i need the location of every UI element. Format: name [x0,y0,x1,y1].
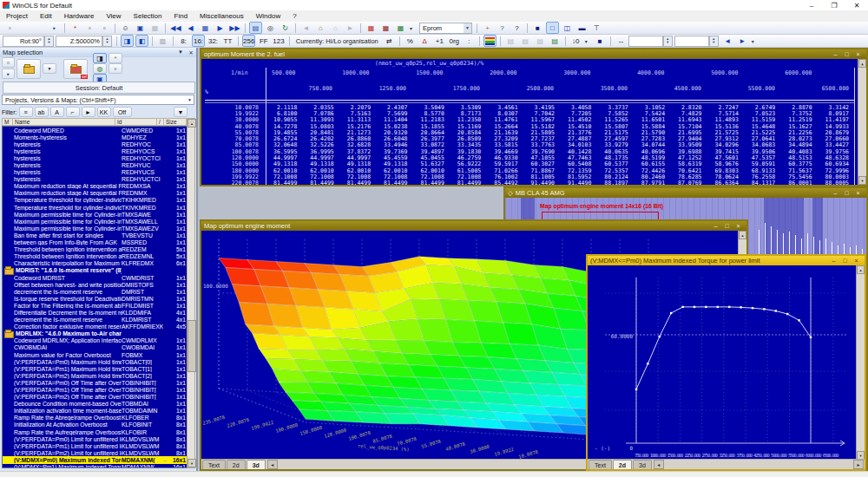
close-icon[interactable]: × [852,51,864,57]
map-list-row[interactable]: Initialization At Activation OverboostKL… [3,421,187,428]
map-list-row[interactable]: hysteresisREDHYOC1x1 [3,140,187,147]
map-list-row[interactable]: (V:PERFDATA=Pm0) Limit for unfiltered lo… [3,435,187,442]
menu-item-window[interactable]: Window [250,12,286,20]
rotation-spinner[interactable]: ▲▼ [44,36,54,47]
map-table-grid[interactable]: 10.00782.11182.03552.20792.43073.50493.5… [201,104,854,185]
filter-delta-button[interactable]: A [50,107,64,117]
rotation-field[interactable]: Rot:90° [3,36,44,47]
minimize-icon[interactable]: – [710,223,721,229]
map-green-button[interactable]: ▦ [394,22,407,34]
map-list-row[interactable]: Threshold between Ignition intervention … [3,253,187,260]
cell[interactable]: 81.4499 [376,180,412,185]
map-list-row[interactable]: (V:PERFDATA=Pm0) Maximum Hold time OveTO… [3,358,187,365]
map-list-row[interactable]: Maximum permissible time for Cylinder-in… [3,225,187,232]
curve-titlebar[interactable]: (V:MDMX<=Pm0) Maximum indexed Torque for… [588,256,865,265]
range-button[interactable]: ↔ [615,35,628,47]
open-project-button[interactable] [33,22,46,34]
sel-drop-button[interactable]: ▾ [751,35,759,47]
column-header-id[interactable]: Id [115,118,157,126]
scroll-up-icon[interactable]: ▲ [739,231,746,239]
map-list-row[interactable]: Codeword MDRISTCWMDRIST1x1 [3,274,187,281]
map-list-row[interactable]: Ramp Rate the Aufregelrampe OverboostKLF… [3,428,187,435]
map-list-row[interactable]: (V:PERFDATA=Pm2) Off Time after OverbooT… [3,394,187,401]
width-16-button[interactable]: 16: [192,35,205,47]
wizard-button[interactable]: * [69,22,82,34]
cell[interactable]: 84.1317 [744,180,780,185]
sel-next-button[interactable]: ► [736,35,749,47]
mapview-b-button[interactable]: ▤ [519,35,532,47]
pin-toolbar-button[interactable]: ⊤ [590,22,603,34]
map-list-row[interactable]: (V:PERFDATA=Pm1) Limit for unfiltered lo… [3,442,187,449]
filter-equal-button[interactable]: ≡ [19,107,33,117]
help-wizard-button[interactable]: ? [496,22,509,34]
map-list-row[interactable]: Moments-hysteresisMDHYEZ1x1 [3,134,187,140]
auto-detect-button[interactable]: * [108,53,122,63]
compare-button[interactable]: ▩ [156,35,169,47]
minimize-icon[interactable]: – [830,190,841,196]
map-list-row[interactable]: (V:MDMX=Pm1) Maximum indexed Torque foMD… [3,464,187,469]
sel-start-spinner[interactable]: ▲▼ [663,36,673,47]
close-icon[interactable]: × [851,258,862,264]
open-maplist-drop-button[interactable]: ▼ [43,63,56,74]
marker-color-button[interactable]: ■ [594,35,607,47]
app-titlebar[interactable]: WinOLS for Default – ❐ ✕ [0,0,868,10]
search-button[interactable]: ◎ [264,22,277,34]
zoom-field[interactable]: Z:50000% [56,36,102,47]
hex-ff-button[interactable]: FF [257,35,270,47]
sort-button[interactable]: ↓0 [569,35,582,47]
map-list-row[interactable]: Codeword MDRLMX; Application InterfaceCW… [3,337,187,344]
tree-view-button[interactable]: ▤ [249,22,262,34]
app-maximize-button[interactable]: ❐ [823,2,845,10]
cell[interactable]: 81.4499 [266,180,302,185]
scroll-up-icon[interactable]: ▲ [187,119,196,127]
column-header-size[interactable]: Size [164,118,187,126]
open-maplist-button[interactable] [16,59,41,79]
up-button[interactable]: ⌂ [329,22,342,34]
minimize-icon[interactable]: – [828,258,839,264]
menu-item-view[interactable]: View [100,12,127,20]
map-list-column-headers[interactable]: MNameId/Size [2,118,188,126]
menu-item-miscellaneous[interactable]: Miscellaneous [194,12,250,20]
layout-horizontal-button[interactable]: ▬ [575,22,589,34]
show-text-toggle[interactable]: ▫ [108,63,122,74]
scroll-down-icon[interactable]: ▼ [187,459,196,467]
surface-titlebar[interactable]: Map optimum engine moment – □ × [201,221,746,231]
percent-button[interactable]: % [404,35,417,47]
maximize-icon[interactable]: □ [841,51,852,57]
back-button[interactable]: ◄ [299,22,312,34]
map-list-row[interactable]: Is-torque reserve threshold for Deactiva… [3,295,187,302]
cell[interactable]: 91.4490 [560,180,596,185]
map-marked-button[interactable]: ▦ [379,22,392,34]
map-list-row[interactable]: Temperature threshold for cylinder-indiv… [3,197,187,204]
import-button[interactable]: ▫ [98,22,111,34]
menu-item-project[interactable]: Project [0,12,34,20]
columns-button[interactable]: : [463,35,476,47]
sel-length-field[interactable] [674,36,709,47]
export-button[interactable]: ▫ [83,22,96,34]
cell[interactable]: 81.4499 [413,180,450,185]
map-drop-button[interactable]: ▾ [409,22,417,34]
scroll-up-icon[interactable]: ▲ [857,265,865,274]
map-list-row[interactable]: (V:PERFDATA=Pm2) Maximum Hold time OveTO… [3,372,187,379]
curve-plot-area[interactable]: 60.00000- (-)750.000 1000.000 1500.000 2… [588,265,857,460]
menu-item-hardware[interactable]: Hardware [58,12,101,20]
new-map-button[interactable]: ▫ [2,57,15,68]
map-list-row[interactable]: Threshold between Ignition intervention … [3,246,187,253]
client-data-button[interactable]: ☺ [119,22,132,34]
cell[interactable]: 81.4499 [339,180,376,185]
open-file-button[interactable] [18,22,31,34]
maximize-icon[interactable]: □ [839,258,851,264]
maximize-icon[interactable]: □ [721,223,733,229]
map-list-row[interactable]: hysteresisREDHYUC1x1 [3,161,187,168]
next-map-button[interactable]: ▶ [214,22,227,34]
cell[interactable]: 85.4492 [486,180,523,185]
map-list-row[interactable]: Ramp Rate the Abregelrampe OverboostKLFO… [3,415,187,421]
app-close-button[interactable]: ✕ [845,2,868,10]
filter-drop-button[interactable]: ▼ [174,107,187,117]
menu-item-edit[interactable]: Edit [34,12,58,20]
swap-hilo-button[interactable]: ⇄ [383,35,396,47]
column-header-name[interactable]: Name [13,118,115,126]
original-button[interactable]: 0rg [448,35,461,47]
map-list-row[interactable]: Differentialle Decrement the Is-moment r… [3,309,187,316]
map-list-row[interactable]: (V:PERFDATA=Pm0) Off Time after OverbooT… [3,379,187,386]
